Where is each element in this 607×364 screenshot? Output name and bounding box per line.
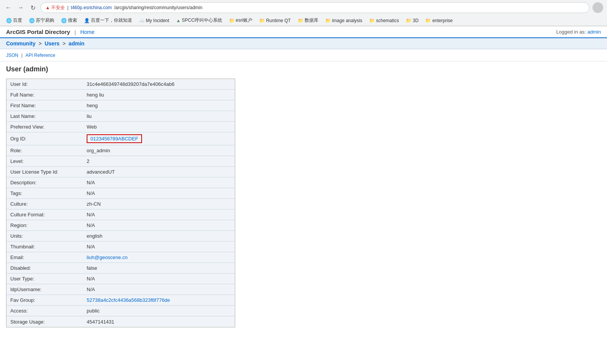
- url-path: /arcgis/sharing/rest/community/users/adm…: [114, 5, 202, 10]
- page-title: User (admin): [0, 61, 607, 76]
- json-link[interactable]: JSON: [6, 53, 18, 58]
- field-label: User Id:: [10, 81, 87, 87]
- field-label: Culture:: [10, 201, 87, 207]
- folder-icon-1: 📁: [229, 18, 235, 23]
- bookmark-search[interactable]: 🌐 搜索: [59, 16, 79, 24]
- table-row: IdpUsername:N/A: [6, 284, 235, 295]
- folder-icon-7: 📁: [425, 18, 431, 23]
- reload-button[interactable]: ↻: [28, 3, 37, 12]
- home-link[interactable]: Home: [80, 29, 94, 35]
- field-label: Tags:: [10, 190, 87, 196]
- field-label: User License Type Id:: [10, 169, 87, 175]
- field-label: Thumbnail:: [10, 244, 87, 250]
- bookmark-esri[interactable]: 📁 esri账户: [227, 16, 255, 24]
- breadcrumb: Community > Users > admin: [0, 38, 607, 49]
- breadcrumb-users[interactable]: Users: [45, 40, 60, 47]
- table-row: Storage Usage:4547141431: [6, 316, 235, 327]
- field-label: First Name:: [10, 103, 87, 108]
- portal-header: ArcGIS Portal Directory | Home Logged in…: [0, 26, 607, 38]
- table-row: Level:2: [6, 156, 235, 167]
- table-row: Units:english: [6, 231, 235, 242]
- table-row: Org ID:0123456789ABCDEF: [6, 132, 235, 145]
- field-label: Preferred View:: [10, 124, 87, 130]
- field-label: Full Name:: [10, 92, 87, 98]
- table-row: User Id:31c4e466349748d39207da7e406c4ab6: [6, 79, 235, 90]
- field-label: Culture Format:: [10, 212, 87, 217]
- security-warning: ▲ 不安全: [45, 5, 65, 11]
- bookmark-baidu-zhidao[interactable]: 👤 百度一下，你就知道: [82, 16, 134, 24]
- bookmark-db[interactable]: 📁 数据库: [295, 16, 321, 24]
- field-label: Storage Usage:: [10, 319, 87, 325]
- field-label: Email:: [10, 254, 87, 260]
- bookmark-schematics[interactable]: 📁 schematics: [367, 17, 401, 24]
- field-value: liuh@geoscene.cn: [87, 254, 128, 260]
- field-value: N/A: [87, 190, 95, 196]
- field-value: 2: [87, 158, 89, 164]
- email-link[interactable]: liuh@geoscene.cn: [87, 254, 128, 260]
- bookmark-3d[interactable]: 📁 3D: [404, 17, 421, 24]
- bookmark-image-analysis[interactable]: 📁 image analysis: [323, 17, 365, 24]
- org-id-link[interactable]: 0123456789ABCDEF: [90, 136, 138, 142]
- field-label: Region:: [10, 222, 87, 228]
- logged-in-user-link[interactable]: admin: [588, 29, 601, 35]
- fav-group-link[interactable]: 52738a4c2cfc4436a568b323f8f776de: [87, 297, 170, 303]
- forward-button[interactable]: →: [16, 3, 25, 12]
- table-row: Email:liuh@geoscene.cn: [6, 252, 235, 263]
- address-bar[interactable]: ▲ 不安全 | t460p.esrichina.com /arcgis/shar…: [40, 2, 589, 13]
- globe-icon: 🌐: [6, 18, 12, 23]
- api-reference-link[interactable]: API Reference: [26, 53, 55, 58]
- table-row: Culture:zh-CN: [6, 199, 235, 209]
- field-value: Web: [87, 124, 97, 130]
- links-separator: |: [21, 52, 23, 58]
- breadcrumb-sep2: >: [63, 40, 66, 47]
- field-label: Units:: [10, 233, 87, 239]
- table-row: Full Name:heng liu: [6, 90, 235, 100]
- cloud-icon: ☁️: [139, 18, 145, 23]
- globe-icon-3: 🌐: [61, 18, 67, 23]
- bookmark-enterprise[interactable]: 📁 enterprise: [423, 17, 455, 24]
- breadcrumb-sep1: >: [39, 40, 42, 47]
- table-row: Preferred View:Web: [6, 122, 235, 132]
- field-value: N/A: [87, 276, 95, 282]
- triangle-icon: ▲: [176, 18, 181, 23]
- table-row: Last Name:liu: [6, 111, 235, 122]
- bookmark-spcc[interactable]: ▲ SPCC呼叫中心系统: [174, 16, 224, 24]
- table-row: Region:N/A: [6, 220, 235, 231]
- profile-avatar[interactable]: [592, 2, 603, 13]
- field-value: liu: [87, 113, 92, 119]
- field-value: org_admin: [87, 148, 110, 153]
- header-separator: |: [74, 29, 76, 35]
- folder-icon-5: 📁: [369, 18, 375, 23]
- field-value: heng liu: [87, 92, 104, 98]
- breadcrumb-admin[interactable]: admin: [69, 40, 84, 47]
- table-row: Access:public: [6, 306, 235, 316]
- person-icon: 👤: [84, 18, 90, 23]
- url-domain: t460p.esrichina.com: [71, 5, 111, 10]
- table-row: Disabled:false: [6, 263, 235, 274]
- field-value: 4547141431: [87, 319, 114, 325]
- org-id-box: 0123456789ABCDEF: [87, 134, 142, 143]
- folder-icon-6: 📁: [406, 18, 412, 23]
- back-button[interactable]: ←: [4, 3, 13, 12]
- bookmarks-bar: 🌐 百度 🌐 苏宁易购 🌐 搜索 👤 百度一下，你就知道 ☁️ My Incid…: [0, 15, 607, 26]
- bookmark-suning[interactable]: 🌐 苏宁易购: [27, 16, 57, 24]
- portal-title-area: ArcGIS Portal Directory | Home: [6, 29, 95, 35]
- field-label: Org ID:: [10, 136, 87, 142]
- breadcrumb-community[interactable]: Community: [6, 40, 36, 47]
- logged-in-label: Logged in as:: [556, 29, 586, 35]
- url-separator: |: [67, 5, 68, 10]
- logged-in-area: Logged in as: admin: [556, 29, 601, 35]
- folder-icon-4: 📁: [325, 18, 331, 23]
- bookmark-my-incident[interactable]: ☁️ My Incident: [137, 17, 171, 24]
- bookmark-runtimeqt[interactable]: 📁 Runtime QT: [257, 17, 293, 24]
- field-label: IdpUsername:: [10, 287, 87, 292]
- field-label: Role:: [10, 148, 87, 153]
- field-label: User Type:: [10, 276, 87, 282]
- table-row: User License Type Id:advancedUT: [6, 167, 235, 177]
- field-value: zh-CN: [87, 201, 101, 207]
- table-row: Culture Format:N/A: [6, 209, 235, 220]
- bookmark-baidu[interactable]: 🌐 百度: [4, 16, 24, 24]
- table-row: Fav Group:52738a4c2cfc4436a568b323f8f776…: [6, 295, 235, 306]
- table-row: Thumbnail:N/A: [6, 242, 235, 252]
- table-row: Description:N/A: [6, 177, 235, 188]
